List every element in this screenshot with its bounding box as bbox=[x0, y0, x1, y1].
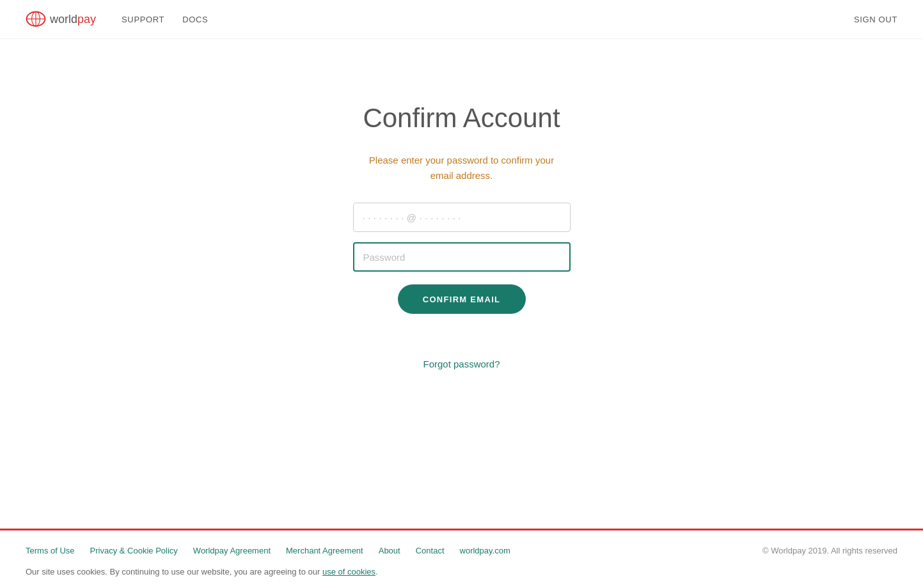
form-container: ········@········ CONFIRM EMAIL bbox=[353, 203, 571, 314]
worldpay-logo-icon bbox=[26, 10, 46, 28]
footer-worldpay-com-link[interactable]: worldpay.com bbox=[460, 546, 510, 555]
footer-about-link[interactable]: About bbox=[379, 546, 400, 555]
header-left: worldpay SUPPORT DOCS bbox=[26, 10, 208, 28]
footer-terms-link[interactable]: Terms of Use bbox=[26, 546, 75, 555]
footer-links-row: Terms of Use Privacy & Cookie Policy Wor… bbox=[26, 546, 897, 555]
nav-docs[interactable]: DOCS bbox=[182, 15, 208, 24]
logo-world: worldpay bbox=[50, 13, 96, 26]
subtitle: Please enter your password to confirm yo… bbox=[369, 153, 554, 183]
forgot-password-link[interactable]: Forgot password? bbox=[423, 359, 500, 369]
nav-support[interactable]: SUPPORT bbox=[122, 15, 164, 24]
footer-contact-link[interactable]: Contact bbox=[416, 546, 445, 555]
email-display: ········@········ bbox=[353, 203, 571, 232]
confirm-email-button[interactable]: CONFIRM EMAIL bbox=[398, 284, 526, 314]
logo[interactable]: worldpay bbox=[26, 10, 96, 28]
footer-cookies-text: Our site uses cookies. By continuing to … bbox=[26, 566, 897, 578]
footer-merchant-agreement-link[interactable]: Merchant Agreement bbox=[286, 546, 363, 555]
header: worldpay SUPPORT DOCS SIGN OUT bbox=[0, 0, 923, 39]
footer-privacy-link[interactable]: Privacy & Cookie Policy bbox=[90, 546, 178, 555]
page-title: Confirm Account bbox=[363, 103, 560, 134]
nav-links: SUPPORT DOCS bbox=[122, 15, 208, 24]
main-content: Confirm Account Please enter your passwo… bbox=[0, 39, 923, 529]
sign-out-button[interactable]: SIGN OUT bbox=[854, 15, 897, 24]
footer-links-left: Terms of Use Privacy & Cookie Policy Wor… bbox=[26, 546, 510, 555]
footer-worldpay-agreement-link[interactable]: Worldpay Agreement bbox=[193, 546, 271, 555]
cookies-link[interactable]: use of cookies bbox=[322, 567, 375, 576]
footer: Terms of Use Privacy & Cookie Policy Wor… bbox=[0, 529, 923, 589]
footer-copyright: © Worldpay 2019. All rights reserved bbox=[762, 546, 897, 555]
password-field[interactable] bbox=[353, 242, 571, 272]
